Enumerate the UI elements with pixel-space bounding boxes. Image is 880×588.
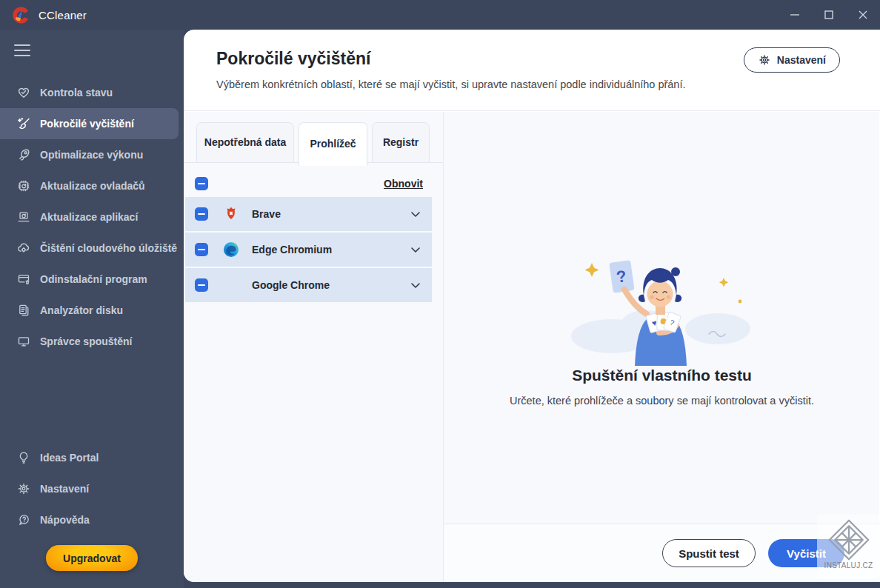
run-test-button[interactable]: Spustit test: [662, 539, 756, 567]
browser-name: Edge Chromium: [252, 244, 332, 255]
sidebar-item-label: Analyzátor disku: [40, 304, 123, 316]
close-button[interactable]: [846, 0, 880, 30]
edge-icon: [222, 241, 240, 258]
menu-toggle-button[interactable]: [14, 44, 30, 56]
sidebar-footer-nav: Ideas Portal Nastavení Nápově: [0, 442, 184, 535]
custom-clean-illustration: ? ♥ ?: [571, 244, 753, 366]
action-bar: Spustit test Vyčistit: [444, 524, 880, 582]
tab-applications[interactable]: Nepotřebná data: [196, 122, 294, 163]
sidebar-item-label: Ideas Portal: [40, 452, 99, 464]
startup-manager-icon: [16, 334, 31, 349]
preview-panel: ? ♥ ? Spuštění vlastního testu Určete,: [443, 112, 879, 582]
empty-state-title: Spuštění vlastního testu: [444, 367, 880, 384]
instaluj-watermark: INSTALUJ.CZ: [817, 515, 880, 578]
refresh-link[interactable]: Obnovit: [384, 178, 423, 190]
sidebar-nav: Kontrola stavu Pokročilé vyčištění: [0, 77, 184, 357]
brave-icon: [222, 205, 240, 223]
ccleaner-logo-icon: [11, 5, 31, 25]
sidebar-item-label: Nastavení: [40, 483, 89, 495]
chevron-down-icon[interactable]: [411, 247, 420, 253]
select-all-checkbox[interactable]: [195, 177, 208, 190]
disk-analyzer-icon: [16, 303, 31, 318]
watermark-text: INSTALUJ.CZ: [824, 561, 873, 569]
rocket-icon: [16, 147, 31, 162]
sidebar-item-driver-updater[interactable]: Aktualizace ovladačů: [0, 170, 184, 201]
app-title: CCleaner: [39, 9, 87, 21]
page-title: Pokročilé vyčištění: [216, 49, 370, 69]
clean-brush-icon: [16, 116, 31, 131]
minimize-button[interactable]: [778, 0, 812, 30]
sidebar: Kontrola stavu Pokročilé vyčištění: [0, 30, 184, 588]
upgrade-button-label: Upgradovat: [63, 552, 121, 564]
tab-label: Prohlížeč: [310, 138, 356, 151]
sidebar-item-label: Optimalizace výkonu: [40, 149, 143, 161]
sidebar-item-uninstaller[interactable]: Odinstalační program: [0, 264, 184, 295]
tab-bar: Nepotřebná data Prohlížeč Registr: [184, 122, 443, 166]
settings-button[interactable]: Nastavení: [744, 47, 840, 73]
sidebar-item-cloud-cleaning[interactable]: Čištění cloudového úložiště: [0, 233, 184, 264]
list-item-chrome[interactable]: Google Chrome: [185, 268, 432, 302]
gear-icon: [16, 481, 31, 496]
upgrade-button[interactable]: Upgradovat: [46, 545, 138, 571]
chevron-down-icon[interactable]: [411, 212, 420, 217]
titlebar: CCleaner: [0, 0, 880, 30]
sidebar-item-label: Kontrola stavu: [40, 87, 113, 98]
sidebar-item-performance-optimizer[interactable]: Optimalizace výkonu: [0, 139, 184, 170]
sidebar-item-settings[interactable]: Nastavení: [0, 473, 184, 504]
row-checkbox[interactable]: [195, 243, 208, 256]
lightbulb-icon: [16, 450, 31, 465]
page-header: Pokročilé vyčištění Výběrem konkrétních …: [184, 30, 880, 111]
clean-options-panel: Nepotřebná data Prohlížeč Registr Obnovi…: [184, 112, 443, 582]
close-icon: [859, 10, 867, 19]
heart-check-icon: [16, 85, 31, 100]
uninstaller-icon: [16, 272, 31, 287]
list-header-row: Obnovit: [185, 169, 432, 198]
sidebar-item-label: Nápověda: [40, 514, 90, 526]
driver-chip-icon: [16, 178, 31, 193]
sidebar-item-label: Čištění cloudového úložiště: [40, 242, 177, 254]
list-item-edge[interactable]: Edge Chromium: [185, 233, 432, 267]
instaluj-logo-icon: [827, 518, 871, 562]
cloud-icon: [16, 241, 31, 255]
row-checkbox[interactable]: [195, 207, 208, 221]
browser-name: Brave: [252, 208, 281, 220]
chevron-down-icon[interactable]: [411, 283, 420, 288]
empty-state-subtitle: Určete, které prohlížeče a soubory se ma…: [444, 395, 880, 407]
browser-list: Brave: [185, 197, 432, 304]
sidebar-item-software-updater[interactable]: Aktualizace aplikací: [0, 201, 184, 233]
browser-name: Google Chrome: [252, 279, 330, 291]
sidebar-item-startup-manager[interactable]: Správce spouštění: [0, 326, 184, 357]
list-item-brave[interactable]: Brave: [185, 197, 432, 231]
sidebar-item-label: Pokročilé vyčištění: [40, 118, 134, 130]
sidebar-item-label: Správce spouštění: [40, 335, 133, 347]
sidebar-item-disk-analyzer[interactable]: Analyzátor disku: [0, 295, 184, 326]
tab-registry[interactable]: Registr: [372, 122, 430, 163]
window-controls: [778, 0, 880, 30]
sidebar-item-label: Aktualizace ovladačů: [40, 180, 145, 192]
help-icon: [16, 512, 31, 527]
sidebar-item-label: Odinstalační program: [40, 273, 147, 285]
maximize-button[interactable]: [812, 0, 846, 30]
sidebar-item-label: Aktualizace aplikací: [40, 211, 138, 223]
tab-label: Registr: [383, 136, 419, 150]
sidebar-item-ideas-portal[interactable]: Ideas Portal: [0, 442, 184, 473]
minimize-icon: [790, 10, 799, 19]
sidebar-item-help[interactable]: Nápověda: [0, 504, 184, 535]
tab-browser[interactable]: Prohlížeč: [299, 122, 367, 166]
sidebar-item-custom-clean[interactable]: Pokročilé vyčištění: [0, 108, 179, 139]
sidebar-item-health-check[interactable]: Kontrola stavu: [0, 77, 184, 108]
app-window: CCleaner Kontrola stavu: [0, 0, 880, 588]
main-panel: Pokročilé vyčištění Výběrem konkrétních …: [184, 30, 880, 582]
chrome-icon: [222, 276, 240, 294]
maximize-icon: [824, 10, 833, 19]
app-update-icon: [16, 210, 31, 224]
tab-label: Nepotřebná data: [204, 136, 286, 150]
row-checkbox[interactable]: [195, 278, 208, 292]
gear-icon: [758, 53, 771, 67]
page-subtitle: Výběrem konkrétních oblastí, které se ma…: [216, 78, 686, 90]
settings-button-label: Nastavení: [777, 54, 826, 66]
